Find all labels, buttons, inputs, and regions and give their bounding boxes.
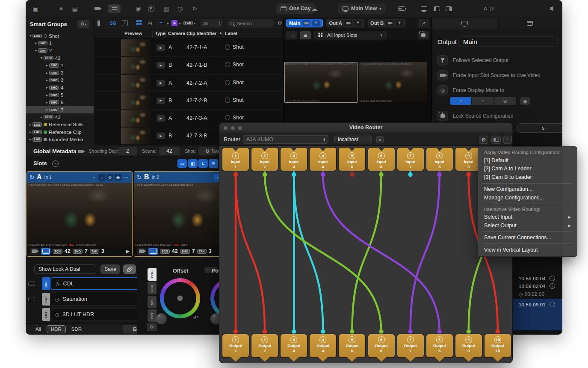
camera-mode-button[interactable] [137,248,146,255]
tab-slate[interactable] [497,18,562,29]
sat-node-tab[interactable]: SAT [42,293,50,306]
chevron-right-icon[interactable]: ▸ [39,115,44,119]
record-icon[interactable]: ● [56,4,66,13]
sync-add-icon[interactable]: ◷ [175,4,185,13]
option-force-display-mode[interactable]: ◎ Force Display Mode to [437,85,504,95]
camera-mode-button[interactable] [30,248,39,255]
sidebar-item-sho-4[interactable]: ▸SHO4 [26,84,94,91]
sidebar-item-scn-42[interactable]: ▾SCN42 [26,54,94,62]
table-row-42-7-2-A[interactable]: ▶A42-7-2-AShot▲▼42 [95,74,283,92]
chevron-down-icon[interactable]: ▾ [34,49,38,53]
tab-cdl[interactable]: CDL [148,268,157,281]
col-label[interactable]: Label [225,31,237,36]
timer-icon[interactable]: ↻ [190,4,199,13]
option-follows-selected-output[interactable]: Follows Selected Output [437,55,508,65]
tab-display[interactable] [432,18,497,29]
popout-button[interactable]: ↗ [418,19,429,27]
clip-thumbnail[interactable] [121,57,151,74]
clip-label[interactable]: Shot [225,97,244,103]
breadcrumb-lab-badge[interactable]: LAB [183,21,193,25]
clip-settings-gear-icon[interactable]: ⚙ [278,20,282,26]
chevron-down-icon[interactable]: ▾ [39,56,44,60]
filter-sdr[interactable]: SDR [68,325,86,333]
report-icon[interactable]: ▥ [162,4,171,13]
input-1-connector-dot[interactable] [233,172,238,177]
chevron-right-icon[interactable]: ▸ [28,137,33,141]
sidebar-item-lab-imported-media[interactable]: ▸LABImported Media [26,136,94,143]
input-2-connector-dot[interactable] [263,172,267,177]
camera-icon[interactable] [92,4,102,13]
tab-lgg[interactable]: LGG [148,282,157,294]
input-6-connector-dot[interactable] [379,172,383,177]
slots-options-icon[interactable]: ⋯ [52,160,59,167]
aperture-icon[interactable]: ◉ [115,174,121,181]
sidebar-item-sho-1[interactable]: ▸SHO1 [26,62,94,69]
segment-off[interactable]: ⊘ [494,97,516,105]
output-4-connector-dot[interactable] [321,329,325,334]
partially-hidden-dropdown[interactable]: s ▾ [517,123,562,133]
tab-out-b[interactable]: Out B [368,19,406,27]
sidebar-item-day-1[interactable]: ▸DAY1 [26,39,94,47]
col-camera[interactable]: Camera [168,31,185,36]
pin-mini-icon[interactable] [312,20,320,26]
goto-icon[interactable]: → [550,283,555,289]
offset-master-knob[interactable] [156,313,167,324]
input-7-connector-dot[interactable] [408,172,412,177]
smart-groups-gear-button[interactable]: ⚙▾ [77,20,89,28]
input-9-connector-dot[interactable] [467,172,471,177]
clip-mode-button[interactable] [41,248,50,255]
input-slots-dropdown[interactable]: All Input Slots ▾ [313,31,387,39]
output-5-connector-dot[interactable] [350,329,354,334]
table-row-42-7-2-B[interactable]: ▶B42-7-2-BShot▲▼42 [95,92,283,110]
sidebar-item-sho-2[interactable]: ▸SHO2 [26,69,94,76]
col-clip-identifier[interactable]: Clip Identifier [186,31,216,36]
tab-prt[interactable]: PRT [148,309,157,322]
slot-layout-button-4[interactable]: ⊞ [209,159,218,168]
output-name-field[interactable]: Main [458,36,558,47]
sidebar-item-lab-reference-clip[interactable]: ▸LABReference Clip [26,128,94,136]
smart-group-mode-icon[interactable]: SG [110,21,116,26]
menu-item-manage-configurations[interactable]: Manage Configurations... [478,193,577,202]
camera-mini-icon[interactable] [302,20,310,26]
filter-hdr[interactable]: HDR [47,325,66,333]
clip-label[interactable]: Shot [225,44,244,50]
clip-mode-button[interactable] [148,248,158,255]
chevron-right-icon[interactable]: ▸ [28,123,33,127]
grading-gear-button[interactable]: ⚙ [147,323,157,331]
clip-label[interactable]: Shot [225,80,244,86]
more-icon[interactable]: ⋯ [123,174,130,181]
table-row-42-7-1-A[interactable]: ▶A42-7-1-AShot▲▼42 [95,39,283,56]
chevron-right-icon[interactable]: ▸ [34,41,38,45]
sidebar-item-lab-reference-stills[interactable]: ▸LABReference Stills [26,121,94,128]
slot-a[interactable]: ↻ A In 1 ◔ ○ ⊘ ◉ ⋯ FPS 24.000 SHUTTER 17… [27,171,133,257]
multiview-frame-a[interactable]: FPS 24.000 SHUTTER 172.8 T 2.8 6/10 EI 8… [284,62,358,103]
reset-icon[interactable]: ↶ [193,314,199,322]
output-9-connector-dot[interactable] [467,329,471,334]
audio-slider[interactable] [488,4,497,13]
chevron-right-icon[interactable]: ▸ [45,108,49,112]
sync-icon[interactable]: ↻ [30,174,34,181]
take-row[interactable]: 10:59:02:04 → [519,283,555,289]
view-selector[interactable]: Main View ▾ [338,3,386,14]
sidebar-item-sho-5[interactable]: ▸SHO5 [26,91,94,98]
menu-item-new-configuration[interactable]: New Configuration... [478,185,577,194]
cable-input3-output4[interactable] [294,175,323,332]
chevron-right-icon[interactable]: ▸ [45,101,49,104]
output-8-connector-dot[interactable] [437,329,442,334]
col-preview[interactable]: Preview [124,31,142,36]
menu-item-1-default[interactable]: [1] Default [478,156,577,165]
tab-spl[interactable]: SPL [148,296,157,308]
sidebar-item-sho-3[interactable]: ▸SHO3 [26,77,94,84]
input-4-connector-dot[interactable] [321,172,325,177]
sidebar-toggle-icon[interactable] [98,21,98,26]
chevron-right-icon[interactable]: ▸ [45,93,49,97]
filter-all[interactable]: All [32,325,45,333]
clip-label[interactable]: Shot [225,62,244,68]
cloud-sync-icon[interactable]: ☁ [310,4,319,13]
chevron-right-icon[interactable]: ▸ [45,63,49,67]
filter-dropdown[interactable]: All▴▾ [201,19,223,27]
power-color-wheel[interactable] [210,278,219,318]
cdl-node-tab[interactable]: CDL [42,277,50,290]
slot-a-video[interactable]: FPS 24.000 SHUTTER 172.8 T 2.8 6/10 EI 8… [27,183,132,247]
positions-icon[interactable]: P [146,4,156,13]
